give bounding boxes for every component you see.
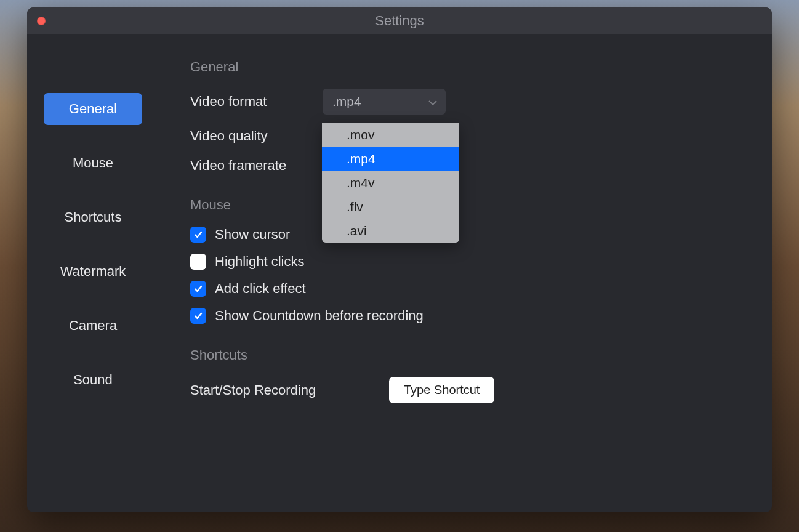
check-icon (193, 230, 203, 240)
sidebar-item-label: Camera (69, 318, 117, 334)
label-video-quality: Video quality (190, 128, 323, 144)
dropdown-option-label: .flv (347, 200, 363, 214)
sidebar-item-shortcuts[interactable]: Shortcuts (44, 201, 142, 233)
dropdown-option-label: .avi (347, 224, 367, 238)
row-highlight-clicks: Highlight clicks (190, 254, 741, 270)
label-highlight-clicks: Highlight clicks (215, 254, 305, 270)
settings-window: Settings General Mouse Shortcuts Waterma… (27, 7, 772, 512)
label-show-countdown: Show Countdown before recording (215, 308, 424, 324)
dropdown-option-m4v[interactable]: .m4v (322, 171, 459, 195)
dropdown-option-label: .mov (347, 127, 375, 142)
row-video-format: Video format .mp4 (190, 89, 741, 115)
dropdown-option-label: .mp4 (347, 151, 375, 166)
chevron-down-icon (428, 94, 437, 109)
dropdown-option-flv[interactable]: .flv (322, 195, 459, 219)
dropdown-option-label: .m4v (347, 175, 375, 190)
row-add-click-effect: Add click effect (190, 281, 741, 297)
sidebar-item-sound[interactable]: Sound (44, 364, 142, 396)
row-video-quality: Video quality (190, 128, 741, 144)
sidebar-item-label: Watermark (60, 264, 126, 280)
titlebar: Settings (27, 7, 772, 34)
window-title: Settings (375, 13, 424, 29)
select-value: .mp4 (332, 94, 361, 109)
section-header-mouse: Mouse (190, 197, 741, 213)
row-show-countdown: Show Countdown before recording (190, 308, 741, 324)
row-start-stop: Start/Stop Recording Type Shortcut (190, 377, 741, 403)
sidebar-item-label: Sound (73, 372, 113, 388)
label-video-framerate: Video framerate (190, 158, 323, 174)
content-area: General Mouse Shortcuts Watermark Camera… (27, 34, 772, 512)
dropdown-option-mov[interactable]: .mov (322, 123, 459, 147)
check-icon (193, 311, 203, 321)
checkbox-show-cursor[interactable] (190, 227, 206, 243)
sidebar-item-camera[interactable]: Camera (44, 310, 142, 342)
row-show-cursor: Show cursor (190, 227, 741, 243)
type-shortcut-button[interactable]: Type Shortcut (389, 377, 494, 403)
sidebar-item-label: General (69, 101, 117, 117)
dropdown-option-mp4[interactable]: .mp4 (322, 147, 459, 171)
section-header-general: General (190, 59, 741, 75)
label-video-format: Video format (190, 94, 323, 110)
checkbox-show-countdown[interactable] (190, 308, 206, 324)
dropdown-video-format: .mov .mp4 .m4v .flv .avi (322, 123, 459, 243)
close-button[interactable] (37, 17, 46, 25)
label-show-cursor: Show cursor (215, 227, 290, 243)
sidebar-item-mouse[interactable]: Mouse (44, 147, 142, 179)
label-start-stop: Start/Stop Recording (190, 382, 323, 398)
checkbox-add-click-effect[interactable] (190, 281, 206, 297)
label-add-click-effect: Add click effect (215, 281, 306, 297)
main-panel: General Video format .mp4 Video quality … (159, 34, 772, 512)
row-video-framerate: Video framerate (190, 158, 741, 174)
select-video-format[interactable]: .mp4 (323, 89, 446, 115)
sidebar: General Mouse Shortcuts Watermark Camera… (27, 34, 159, 512)
dropdown-option-avi[interactable]: .avi (322, 219, 459, 243)
sidebar-item-label: Mouse (73, 155, 113, 171)
sidebar-item-general[interactable]: General (44, 93, 142, 125)
sidebar-item-label: Shortcuts (65, 209, 122, 225)
checkbox-highlight-clicks[interactable] (190, 254, 206, 270)
check-icon (193, 284, 203, 294)
section-header-shortcuts: Shortcuts (190, 347, 741, 363)
sidebar-item-watermark[interactable]: Watermark (44, 256, 142, 288)
